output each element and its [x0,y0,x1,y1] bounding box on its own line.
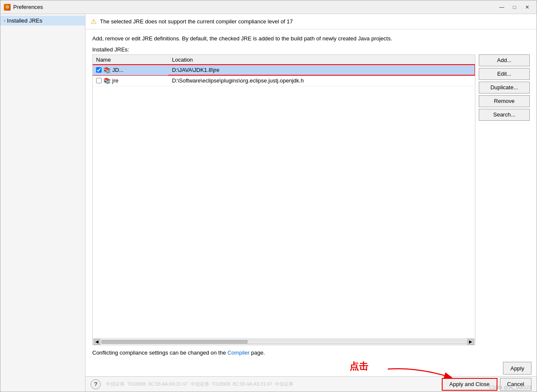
scroll-right-btn[interactable]: ▶ [467,339,474,345]
remove-button[interactable]: Remove [479,95,530,107]
title-bar-left: ⚙ Preferences [4,4,43,11]
jre-table: Name Location � [93,55,475,86]
jre-location-1: D:\JAVA\JDK1.8\jre [168,65,475,75]
window-controls: — □ ✕ [496,3,533,12]
title-bar: ⚙ Preferences — □ ✕ [0,0,537,14]
edit-button[interactable]: Edit... [479,68,530,80]
add-button[interactable]: Add... [479,54,530,66]
window-title: Preferences [13,4,43,10]
installed-jres-label: Installed JREs: [92,46,530,53]
warning-banner: ⚠ The selected JRE does not support the … [85,14,537,29]
compliance-suffix: page. [250,349,265,356]
jre-location-2: D:\Software\eclipse\plugins\org.eclipse.… [168,75,475,86]
checkbox-cell-1: 📚 JD... [96,67,165,74]
apply-row: Apply [85,360,537,376]
jre-book-icon-2: 📚 [103,77,111,84]
sidebar: › Installed JREs [0,14,85,392]
bottom-bar: ? 中信证券 T018908 8C:55:4A:A5:31:47 中信证券 T0… [85,376,537,392]
jre-name-2: jre [112,77,118,84]
search-button[interactable]: Search... [479,109,530,121]
jre-book-icon-1: 📚 [103,67,111,74]
scroll-track[interactable] [101,340,466,344]
jre-checkbox-1[interactable] [96,67,102,73]
jre-checkbox-2[interactable] [96,78,102,83]
footer-watermark: CSDN @风_Sux123 [489,384,531,391]
main-content: › Installed JREs ⚠ The selected JRE does… [0,14,537,392]
restore-button[interactable]: □ [509,3,520,12]
close-button[interactable]: ✕ [521,3,533,12]
jre-row-name-cell: 📚 JD... [93,65,168,75]
jre-row-name-cell-2: 📚 jre [93,75,168,86]
compliance-text-area: Conflicting compliance settings can be c… [85,345,537,360]
preferences-window: ⚙ Preferences — □ ✕ › Installed JREs ⚠ T… [0,0,537,392]
checkbox-cell-2: 📚 jre [96,77,165,84]
side-buttons: Add... Edit... Duplicate... Remove Searc… [479,54,530,346]
chevron-icon: › [4,18,5,23]
jre-name-1: JD... [112,67,124,73]
compiler-link[interactable]: Compiler [227,349,250,356]
jre-table-wrapper: Name Location � [92,54,475,346]
warning-icon: ⚠ [91,17,97,26]
warning-text: The selected JRE does not support the cu… [100,18,293,25]
help-area: ? 中信证券 T018908 8C:55:4A:A5:31:47 中信证券 T0… [85,379,298,389]
app-icon: ⚙ [4,4,11,11]
sidebar-item-installed-jres[interactable]: › Installed JREs [0,16,85,26]
apply-button[interactable]: Apply [503,362,531,375]
col-name: Name [93,55,168,65]
duplicate-button[interactable]: Duplicate... [479,82,530,94]
bottom-watermark: 中信证券 T018908 8C:55:4A:A5:31:47 中信证券 T018… [106,381,293,387]
scroll-left-btn[interactable]: ◀ [94,339,100,345]
col-location: Location [168,55,475,65]
description-area: Add, remove or edit JRE definitions. By … [85,29,537,46]
scroll-thumb[interactable] [102,340,247,344]
table-scroll-body[interactable]: Name Location � [93,55,475,338]
jre-section: Installed JREs: Name Location [85,46,537,346]
compliance-prefix: Conflicting compliance settings can be c… [92,349,227,356]
right-panel: ⚠ The selected JRE does not support the … [85,14,537,392]
table-row[interactable]: 📚 JD... D:\JAVA\JDK1.8\jre [93,65,475,75]
table-row[interactable]: 📚 jre D:\Software\eclipse\plugins\org.ec… [93,75,475,86]
jre-table-container: Name Location � [92,54,530,346]
description-text: Add, remove or edit JRE definitions. By … [92,35,392,42]
help-button[interactable]: ? [91,379,101,389]
sidebar-item-label: Installed JREs [7,17,42,24]
minimize-button[interactable]: — [496,3,508,12]
horizontal-scrollbar[interactable]: ◀ ▶ [93,338,475,345]
